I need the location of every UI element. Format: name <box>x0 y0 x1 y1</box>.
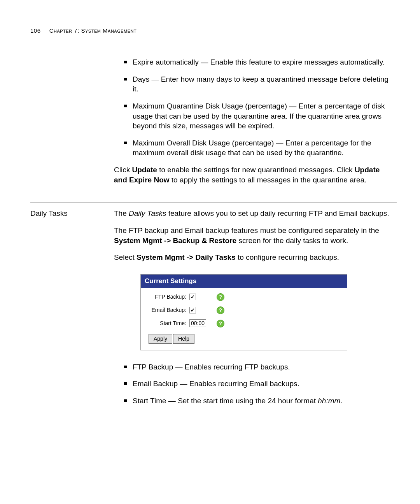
option-desc: — Enables recurring Email backups. <box>178 380 299 388</box>
start-time-row: Start Time: 00:00 ? <box>145 317 343 330</box>
daily-tasks-section: Daily Tasks The Daily Tasks feature allo… <box>30 208 397 413</box>
daily-tasks-config-note: The FTP backup and Email backup features… <box>114 226 393 245</box>
page: 106 Chapter 7: System Management Expire … <box>0 0 420 504</box>
panel-body: FTP Backup: ? Email Backup: ? Start Time… <box>141 288 347 350</box>
chapter-heading: Chapter 7: System Management <box>49 27 137 34</box>
help-button[interactable]: Help <box>173 334 194 344</box>
list-item: Days — Enter how many days to keep a qua… <box>124 74 393 94</box>
ftp-backup-checkbox[interactable] <box>189 294 196 300</box>
help-icon[interactable]: ? <box>217 306 224 314</box>
list-item: Start Time — Set the start time using th… <box>124 396 393 406</box>
list-item: Expire automatically — Enable this featu… <box>124 57 393 67</box>
help-icon[interactable]: ? <box>217 293 224 301</box>
option-label: Maximum Overall Disk Usage (percentage) <box>133 139 274 147</box>
panel-title: Current Settings <box>141 275 347 288</box>
panel-button-row: ApplyHelp <box>145 330 343 345</box>
current-settings-panel: Current Settings FTP Backup: ? Email Bac… <box>140 274 347 350</box>
list-item: Maximum Overall Disk Usage (percentage) … <box>124 138 393 158</box>
nav-path: System Mgmt -> Daily Tasks <box>136 253 236 261</box>
daily-tasks-option-list: FTP Backup — Enables recurring FTP backu… <box>114 362 393 406</box>
text: Click <box>114 166 132 174</box>
email-backup-label: Email Backup: <box>145 306 189 314</box>
text: The <box>114 209 129 217</box>
page-number: 106 <box>30 27 41 34</box>
update-keyword: Update <box>132 166 157 174</box>
daily-tasks-intro: The Daily Tasks feature allows you to se… <box>114 208 393 219</box>
text: to configure recurring backups. <box>236 253 339 261</box>
section-heading: Daily Tasks <box>30 208 114 413</box>
time-format: hh:mm <box>318 397 340 405</box>
option-label: Days <box>133 75 149 83</box>
option-label: Expire automatically <box>133 58 199 66</box>
help-icon[interactable]: ? <box>217 320 224 327</box>
email-backup-row: Email Backup: ? <box>145 304 343 317</box>
option-label: Maximum Quarantine Disk Usage (percentag… <box>133 102 287 110</box>
daily-tasks-select-note: Select System Mgmt -> Daily Tasks to con… <box>114 252 393 262</box>
option-desc: — Enables recurring FTP backups. <box>173 363 290 371</box>
running-header: 106 Chapter 7: System Management <box>30 27 397 34</box>
list-item: FTP Backup — Enables recurring FTP backu… <box>124 362 393 372</box>
list-item: Email Backup — Enables recurring Email b… <box>124 379 393 389</box>
ftp-backup-label: FTP Backup: <box>145 293 189 301</box>
top-section: Expire automatically — Enable this featu… <box>30 57 397 192</box>
quarantine-option-list: Expire automatically — Enable this featu… <box>114 57 393 158</box>
text: The FTP backup and Email backup features… <box>114 226 379 234</box>
text: to apply the settings to all messages in… <box>170 176 367 184</box>
option-desc: — Set the start time using the 24 hour f… <box>166 397 318 405</box>
text: feature allows you to set up daily recur… <box>166 209 389 217</box>
daily-tasks-term: Daily Tasks <box>129 209 166 217</box>
text: to enable the settings for new quarantin… <box>157 166 355 174</box>
list-item: Maximum Quarantine Disk Usage (percentag… <box>124 101 393 131</box>
update-instructions: Click Update to enable the settings for … <box>114 165 393 185</box>
text: Select <box>114 253 136 261</box>
nav-path: System Mgmt -> Backup & Restore <box>114 236 236 245</box>
start-time-label: Start Time: <box>145 320 189 327</box>
apply-button[interactable]: Apply <box>149 334 172 344</box>
option-desc: . <box>340 397 342 405</box>
option-label: Start Time <box>133 397 166 405</box>
start-time-input[interactable]: 00:00 <box>189 319 206 327</box>
email-backup-checkbox[interactable] <box>189 307 196 313</box>
text: screen for the daily tasks to work. <box>236 236 348 245</box>
option-desc: — Enable this feature to expire messages… <box>199 58 385 66</box>
option-label: FTP Backup <box>133 363 173 371</box>
option-desc: — Enter how many days to keep a quaranti… <box>133 75 388 93</box>
option-label: Email Backup <box>133 380 178 388</box>
section-divider <box>30 203 397 203</box>
ftp-backup-row: FTP Backup: ? <box>145 290 343 304</box>
